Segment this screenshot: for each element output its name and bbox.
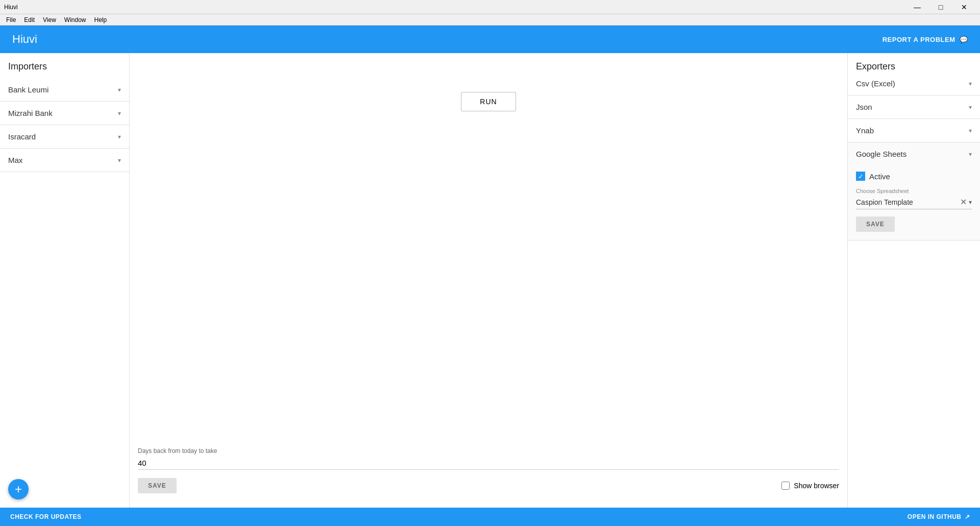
bottom-row: SAVE Show browser	[138, 478, 839, 493]
chevron-down-icon: ▾	[969, 80, 972, 87]
days-back-input[interactable]	[138, 457, 839, 470]
google-sheets-body: Active Choose Spreadsheet Caspion Templa…	[848, 165, 980, 240]
days-back-label: Days back from today to take	[138, 447, 839, 455]
importers-title: Importers	[0, 61, 129, 78]
minimize-button[interactable]: —	[905, 0, 929, 14]
center-panel: RUN Days back from today to take SAVE Sh…	[130, 53, 847, 508]
menu-edit[interactable]: Edit	[20, 15, 39, 25]
menu-view[interactable]: View	[39, 15, 60, 25]
spreadsheet-dropdown-button[interactable]: ▾	[969, 199, 972, 206]
title-bar-controls: — □ ✕	[905, 0, 976, 14]
menu-help[interactable]: Help	[90, 15, 111, 25]
plus-icon: +	[15, 482, 22, 496]
chevron-down-icon: ▾	[969, 151, 972, 158]
external-link-icon: ↗	[965, 513, 970, 520]
menu-bar: File Edit View Window Help	[0, 14, 980, 26]
google-sheets-header[interactable]: Google Sheets ▾	[848, 142, 980, 165]
exporters-title: Exporters	[848, 61, 903, 78]
show-browser-label: Show browser	[794, 482, 839, 490]
open-in-github-label: OPEN IN GITHUB	[908, 513, 962, 520]
add-importer-button[interactable]: +	[8, 479, 29, 499]
exporter-json[interactable]: Json ▾	[848, 95, 980, 119]
exporter-ynab[interactable]: Ynab ▾	[848, 119, 980, 142]
bottom-controls: Days back from today to take SAVE Show b…	[138, 447, 839, 499]
chevron-down-icon: ▾	[118, 110, 121, 117]
chevron-down-icon: ▾	[118, 157, 121, 164]
importer-bank-leumi[interactable]: Bank Leumi ▾	[0, 78, 129, 102]
google-sheets-section: Google Sheets ▾ Active Choose Spreadshee…	[848, 142, 980, 241]
importer-isracard[interactable]: Isracard ▾	[0, 125, 129, 149]
check-for-updates-link[interactable]: CHECK FOR UPDATES	[10, 513, 82, 520]
importer-bank-leumi-label: Bank Leumi	[8, 85, 48, 94]
app-title: Hiuvi	[12, 33, 883, 46]
save-button-exporter[interactable]: SAVE	[856, 217, 895, 232]
show-browser-checkbox[interactable]	[781, 482, 790, 490]
maximize-button[interactable]: □	[929, 0, 952, 14]
clear-spreadsheet-button[interactable]: ✕	[958, 197, 969, 207]
show-browser-row: Show browser	[781, 482, 839, 490]
exporter-ynab-label: Ynab	[856, 126, 874, 135]
chevron-down-icon: ▾	[118, 133, 121, 140]
exporter-json-label: Json	[856, 103, 872, 111]
exporters-panel: Exporters Csv (Excel) ▾ Json ▾ Ynab ▾ Go…	[847, 53, 980, 508]
importer-isracard-label: Isracard	[8, 132, 36, 141]
menu-window[interactable]: Window	[60, 15, 90, 25]
report-problem-label: REPORT A PROBLEM	[883, 36, 955, 43]
importer-mizrahi-label: Mizrahi Bank	[8, 109, 53, 117]
spreadsheet-value: Caspion Template	[856, 198, 958, 206]
open-in-github-link[interactable]: OPEN IN GITHUB ↗	[908, 513, 970, 520]
active-label: Active	[869, 172, 890, 181]
importer-max[interactable]: Max ▾	[0, 149, 129, 172]
chevron-down-icon: ▾	[969, 104, 972, 111]
importers-panel: Importers Bank Leumi ▾ Mizrahi Bank ▾ Is…	[0, 53, 130, 508]
menu-file[interactable]: File	[2, 15, 20, 25]
active-row: Active	[856, 172, 972, 181]
report-problem-button[interactable]: REPORT A PROBLEM 💬	[883, 36, 968, 43]
google-sheets-label: Google Sheets	[856, 150, 906, 158]
bottom-bar: CHECK FOR UPDATES OPEN IN GITHUB ↗	[0, 508, 980, 526]
title-bar-text: Hiuvi	[4, 4, 905, 11]
run-button[interactable]: RUN	[461, 92, 516, 111]
title-bar: Hiuvi — □ ✕	[0, 0, 980, 14]
spreadsheet-select-row: Caspion Template ✕ ▾	[856, 197, 972, 209]
importer-mizrahi[interactable]: Mizrahi Bank ▾	[0, 102, 129, 125]
main-container: Importers Bank Leumi ▾ Mizrahi Bank ▾ Is…	[0, 53, 980, 508]
chevron-down-icon: ▾	[969, 127, 972, 134]
active-checkbox[interactable]	[856, 172, 865, 181]
report-icon: 💬	[960, 36, 968, 43]
chevron-down-icon: ▾	[118, 86, 121, 93]
save-button-bottom[interactable]: SAVE	[138, 478, 177, 493]
importer-max-label: Max	[8, 156, 22, 164]
exporter-csv-label: Csv (Excel)	[856, 79, 895, 88]
choose-spreadsheet-label: Choose Spreadsheet	[856, 188, 972, 194]
app-header: Hiuvi REPORT A PROBLEM 💬	[0, 26, 980, 53]
close-button[interactable]: ✕	[952, 0, 976, 14]
